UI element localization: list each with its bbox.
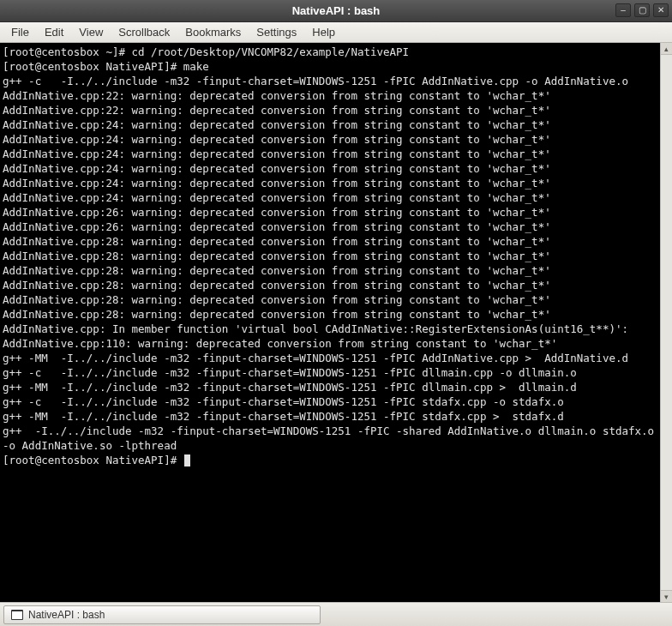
terminal-line: AddInNative.cpp:28: warning: deprecated … <box>3 307 657 322</box>
taskbar-app-button[interactable]: NativeAPI : bash <box>3 605 321 624</box>
terminal-line: g++ -c -I../../include -m32 -finput-char… <box>3 365 657 380</box>
terminal-line: AddInNative.cpp:24: warning: deprecated … <box>3 176 657 190</box>
menu-item-bookmarks[interactable]: Bookmarks <box>177 23 249 41</box>
menubar: FileEditViewScrollbackBookmarksSettingsH… <box>0 22 672 43</box>
terminal-line: AddInNative.cpp:22: warning: deprecated … <box>3 103 657 117</box>
terminal-line: AddInNative.cpp:24: warning: deprecated … <box>3 147 657 161</box>
titlebar: NativeAPI : bash – ▢ ✕ <box>0 0 672 22</box>
terminal-line: AddInNative.cpp:26: warning: deprecated … <box>3 220 657 234</box>
minimize-button[interactable]: – <box>615 3 631 17</box>
scroll-track[interactable] <box>661 55 672 590</box>
terminal-line: AddInNative.cpp:24: warning: deprecated … <box>3 161 657 176</box>
menu-item-view[interactable]: View <box>71 23 111 41</box>
menu-item-edit[interactable]: Edit <box>37 23 71 41</box>
terminal-line: [root@centosbox ~]# cd /root/Desktop/VNC… <box>3 45 657 59</box>
maximize-button[interactable]: ▢ <box>634 3 650 17</box>
terminal-line: g++ -MM -I../../include -m32 -finput-cha… <box>3 409 657 424</box>
terminal-line: g++ -c -I../../include -m32 -finput-char… <box>3 74 657 88</box>
terminal-line: AddInNative.cpp:28: warning: deprecated … <box>3 249 657 263</box>
terminal-line: [root@centosbox NativeAPI]# make <box>3 59 657 74</box>
terminal-line: AddInNative.cpp:28: warning: deprecated … <box>3 234 657 249</box>
terminal-output[interactable]: [root@centosbox ~]# cd /root/Desktop/VNC… <box>0 43 660 602</box>
terminal-line: AddInNative.cpp:110: warning: deprecated… <box>3 336 657 351</box>
taskbar: NativeAPI : bash <box>0 602 672 626</box>
terminal-line: AddInNative.cpp:22: warning: deprecated … <box>3 88 657 103</box>
terminal-line: AddInNative.cpp:26: warning: deprecated … <box>3 205 657 220</box>
terminal-line: AddInNative.cpp:24: warning: deprecated … <box>3 132 657 147</box>
window-controls: – ▢ ✕ <box>615 3 669 17</box>
menu-item-help[interactable]: Help <box>304 23 343 41</box>
close-button[interactable]: ✕ <box>653 3 669 17</box>
terminal-icon <box>11 610 23 620</box>
terminal-line: AddInNative.cpp: In member function 'vir… <box>3 322 657 336</box>
cursor-icon <box>184 454 190 466</box>
scroll-up-icon[interactable]: ▴ <box>661 43 672 55</box>
terminal-line: g++ -c -I../../include -m32 -finput-char… <box>3 394 657 409</box>
terminal-line: g++ -I../../include -m32 -finput-charset… <box>3 424 657 453</box>
terminal-line: AddInNative.cpp:28: warning: deprecated … <box>3 292 657 307</box>
menu-item-file[interactable]: File <box>3 23 37 41</box>
terminal-line: AddInNative.cpp:24: warning: deprecated … <box>3 117 657 132</box>
terminal-line: AddInNative.cpp:28: warning: deprecated … <box>3 278 657 292</box>
terminal-scrollbar[interactable]: ▴ ▾ <box>660 43 672 602</box>
terminal-line: g++ -MM -I../../include -m32 -finput-cha… <box>3 351 657 365</box>
terminal-line: AddInNative.cpp:24: warning: deprecated … <box>3 190 657 205</box>
menu-item-settings[interactable]: Settings <box>249 23 304 41</box>
terminal-line: AddInNative.cpp:28: warning: deprecated … <box>3 263 657 278</box>
terminal-prompt[interactable]: [root@centosbox NativeAPI]# <box>3 453 657 467</box>
window-title: NativeAPI : bash <box>292 4 381 17</box>
terminal-line: g++ -MM -I../../include -m32 -finput-cha… <box>3 380 657 394</box>
menu-item-scrollback[interactable]: Scrollback <box>111 23 177 41</box>
taskbar-app-label: NativeAPI : bash <box>28 609 105 621</box>
scroll-down-icon[interactable]: ▾ <box>661 590 672 602</box>
